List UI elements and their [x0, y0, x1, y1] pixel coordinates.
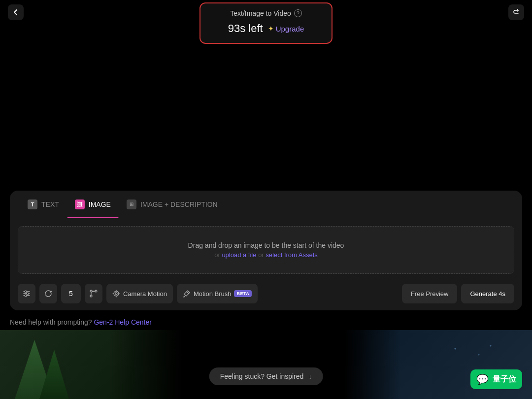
- free-preview-button[interactable]: Free Preview: [402, 284, 458, 303]
- motion-brush-button[interactable]: Motion Brush BETA: [177, 284, 258, 303]
- svg-point-3: [25, 291, 27, 293]
- time-left-text: 93s left: [228, 22, 263, 35]
- svg-point-10: [115, 293, 117, 295]
- help-text: Need help with prompting?: [10, 318, 92, 326]
- or2-text: or: [258, 251, 264, 259]
- motion-brush-label: Motion Brush: [194, 290, 232, 298]
- image-desc-tab-icon: ⊞: [127, 200, 136, 209]
- image-tab-icon: 🖼: [75, 200, 85, 209]
- loop-button[interactable]: [39, 284, 57, 303]
- camera-motion-button[interactable]: Camera Motion: [106, 284, 173, 303]
- card-title: Text/Image to Video ?: [210, 9, 322, 17]
- upgrade-star-icon: ✦: [268, 25, 274, 33]
- card-time: 93s left ✦ Upgrade: [210, 22, 322, 35]
- help-center-link[interactable]: Gen-2 Help Center: [94, 318, 152, 326]
- upgrade-label: Upgrade: [276, 25, 304, 33]
- back-button[interactable]: [8, 4, 24, 20]
- feeling-stuck-text: Feeling stuck? Get inspired: [220, 372, 304, 380]
- feeling-stuck-pill[interactable]: Feeling stuck? Get inspired ↓: [209, 367, 323, 385]
- generate-label: Generate 4s: [470, 290, 505, 298]
- thumbnail-left: [0, 330, 182, 399]
- wechat-icon: 💬: [476, 373, 489, 385]
- tab-text-label: TEXT: [41, 200, 59, 208]
- tree-shape-1: [15, 340, 54, 399]
- tab-image-desc[interactable]: ⊞ IMAGE + DESCRIPTION: [119, 191, 226, 218]
- settings-button[interactable]: [18, 284, 35, 303]
- upload-file-link[interactable]: upload a file: [222, 251, 256, 259]
- toolbar: 5 Camera Motion: [10, 280, 522, 310]
- tab-image[interactable]: 🖼 IMAGE: [67, 191, 119, 218]
- card-title-text: Text/Image to Video: [230, 9, 291, 17]
- select-assets-link[interactable]: select from Assets: [266, 251, 317, 259]
- or-text: or: [214, 251, 220, 259]
- tab-image-desc-label: IMAGE + DESCRIPTION: [140, 200, 218, 208]
- preview-label: Free Preview: [411, 290, 449, 298]
- frames-control[interactable]: 5: [61, 284, 81, 303]
- thumbnail-middle: [182, 330, 345, 399]
- text-tab-icon: T: [28, 200, 37, 209]
- tree-shape-2: [39, 350, 69, 399]
- frames-value: 5: [66, 290, 76, 298]
- tab-bar: T TEXT 🖼 IMAGE ⊞ IMAGE + DESCRIPTION: [10, 191, 522, 218]
- main-panel: T TEXT 🖼 IMAGE ⊞ IMAGE + DESCRIPTION Dra…: [10, 191, 522, 310]
- redo-button[interactable]: [508, 4, 524, 20]
- wechat-badge: 💬 量子位: [470, 369, 522, 389]
- tab-image-label: IMAGE: [89, 200, 111, 208]
- upgrade-link[interactable]: ✦ Upgrade: [268, 25, 304, 33]
- generate-button[interactable]: Generate 4s: [461, 284, 514, 303]
- help-icon[interactable]: ?: [294, 9, 302, 17]
- wechat-label: 量子位: [493, 374, 516, 385]
- center-card: Text/Image to Video ? 93s left ✦ Upgrade: [200, 2, 332, 44]
- help-section: Need help with prompting? Gen-2 Help Cen…: [10, 318, 152, 326]
- down-arrow-icon: ↓: [308, 372, 312, 380]
- drop-zone[interactable]: Drag and drop an image to be the start o…: [18, 226, 514, 274]
- bottom-strip: [0, 330, 532, 399]
- svg-point-4: [27, 293, 29, 295]
- beta-badge: BETA: [234, 290, 252, 297]
- stars-decoration: [443, 340, 502, 369]
- svg-point-9: [114, 291, 119, 296]
- drop-links: or upload a file or select from Assets: [28, 251, 504, 259]
- drop-main-text: Drag and drop an image to be the start o…: [28, 241, 504, 249]
- branch-button[interactable]: [85, 284, 102, 303]
- camera-motion-label: Camera Motion: [123, 290, 167, 298]
- tab-text[interactable]: T TEXT: [20, 191, 67, 218]
- svg-point-5: [25, 295, 27, 297]
